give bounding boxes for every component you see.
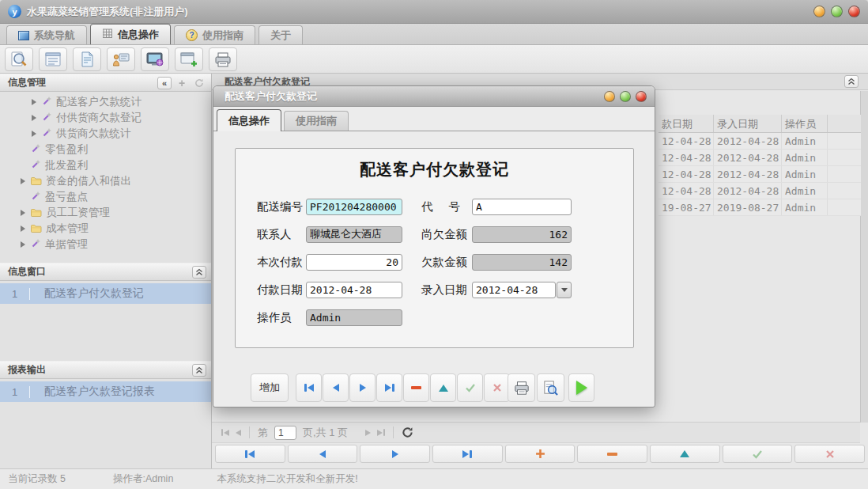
collapse-up-icon[interactable] [192, 266, 206, 279]
tree-item-retail-profit[interactable]: 零售盈利 [0, 142, 211, 157]
collapse-up-icon[interactable] [192, 364, 206, 377]
grid-first-button[interactable] [215, 445, 285, 463]
page-first-button[interactable] [221, 429, 229, 436]
contact-field[interactable] [306, 226, 402, 243]
plus-icon[interactable]: + [175, 77, 189, 89]
expand-icon[interactable] [32, 115, 38, 121]
tab-info-ops[interactable]: 信息操作 [90, 24, 171, 44]
expand-icon[interactable] [21, 210, 27, 216]
prev-record-button[interactable] [323, 373, 349, 402]
table-row[interactable]: 12-04-28 2012-04-28 Admin [659, 133, 861, 150]
app-title: 水果蔬菜经销管理系统(非注册用户) [27, 5, 188, 19]
form-view-button[interactable] [39, 47, 67, 71]
display-button[interactable] [141, 47, 169, 71]
help-icon: ? [186, 29, 198, 41]
tree-item-capital-borrow[interactable]: 资金的借入和借出 [0, 173, 211, 189]
expand-icon[interactable] [21, 226, 27, 232]
column-header[interactable] [828, 115, 861, 132]
grid-last-button[interactable] [432, 445, 503, 463]
operator-button[interactable] [107, 47, 135, 71]
tree-item-profit-loss-check[interactable]: 盈亏盘点 [0, 189, 211, 205]
tree-item-salary-mgmt[interactable]: 员工工资管理 [0, 205, 211, 221]
debt-amount-label: 欠款金额 [421, 255, 472, 270]
first-record-button[interactable] [296, 373, 322, 402]
expand-icon[interactable] [32, 131, 38, 137]
expand-icon[interactable] [21, 241, 27, 248]
confirm-button[interactable] [457, 373, 483, 402]
grid-button-bar [215, 445, 865, 463]
entry-date-dropdown-button[interactable] [557, 282, 572, 298]
tree-item-cost-mgmt[interactable]: 成本管理 [0, 221, 211, 237]
entry-date-label: 录入日期 [421, 282, 472, 298]
wand-icon [31, 143, 41, 156]
code-field[interactable] [472, 199, 572, 215]
new-window-button[interactable] [175, 47, 203, 71]
entry-date-field[interactable] [472, 282, 556, 298]
pay-date-field[interactable] [306, 282, 402, 298]
minimize-button[interactable] [813, 6, 825, 17]
run-report-button[interactable] [568, 373, 594, 402]
sidebar-collapse-button[interactable]: « [157, 77, 172, 89]
dialog-minimize-button[interactable] [604, 91, 615, 102]
print-button-toolbar[interactable] [209, 47, 237, 71]
expand-icon[interactable] [21, 178, 27, 184]
tab-system-nav[interactable]: 系统导航 [6, 25, 87, 44]
expand-icon[interactable] [32, 99, 38, 105]
print-preview-button[interactable] [537, 373, 564, 402]
table-row[interactable]: 12-04-28 2012-04-28 Admin [659, 183, 861, 199]
grid-edit-button[interactable] [650, 445, 720, 463]
grid-next-button[interactable] [360, 445, 430, 463]
add-button[interactable]: 增加 [251, 373, 289, 402]
table-row[interactable]: 12-04-28 2012-04-28 Admin [659, 150, 861, 166]
delete-record-button[interactable] [403, 373, 429, 402]
page-prev-button[interactable] [236, 430, 241, 436]
document-button[interactable] [73, 47, 101, 71]
dialog-titlebar[interactable]: 配送客户付欠款登记 [213, 86, 655, 107]
close-button[interactable] [848, 6, 860, 17]
sidebar-header-report-output: 报表输出 [0, 361, 211, 379]
debt-amount-field[interactable] [472, 254, 572, 271]
grid-delete-button[interactable] [577, 445, 647, 463]
dialog-maximize-button[interactable] [620, 91, 631, 102]
tree-item-dispatch-debt-stats[interactable]: 配送客户欠款统计 [0, 94, 211, 110]
table-row[interactable]: 19-08-27 2019-08-27 Admin [659, 199, 861, 216]
table-row[interactable]: 12-04-28 2012-04-28 Admin [659, 166, 861, 183]
tree-item-wholesale-profit[interactable]: 批发盈利 [0, 157, 211, 173]
last-record-button[interactable] [376, 373, 402, 402]
column-header[interactable]: 款日期 [659, 115, 714, 132]
operator-field[interactable] [306, 309, 402, 326]
column-header[interactable]: 操作员 [782, 115, 828, 132]
maximize-button[interactable] [831, 6, 843, 17]
tree-item-pay-supplier-reg[interactable]: 付供货商欠款登记 [0, 110, 211, 126]
page-next-button[interactable] [365, 430, 371, 436]
grid-add-button[interactable] [505, 445, 576, 463]
edit-record-button[interactable] [430, 373, 456, 402]
tree-item-supplier-debt-stats[interactable]: 供货商欠款统计 [0, 126, 211, 142]
dialog-tab-guide[interactable]: 使用指南 [284, 111, 349, 131]
payment-field[interactable] [306, 254, 402, 271]
operator-field-label: 操作员 [257, 310, 306, 325]
owed-amount-field[interactable] [472, 226, 572, 243]
report-output-item[interactable]: 1 配送客户欠款登记报表 [0, 381, 211, 402]
next-record-button[interactable] [349, 373, 376, 402]
print-button[interactable] [508, 373, 535, 402]
refresh-icon[interactable] [402, 426, 413, 438]
page-input[interactable] [274, 426, 296, 440]
tab-about[interactable]: 关于 [259, 25, 303, 44]
grid-confirm-button[interactable] [723, 445, 793, 463]
cancel-button[interactable] [484, 373, 510, 402]
grid-prev-button[interactable] [288, 445, 358, 463]
dialog-tab-info-ops[interactable]: 信息操作 [217, 109, 281, 131]
search-button[interactable] [5, 47, 33, 71]
panel-collapse-button[interactable] [844, 75, 859, 88]
vertical-scrollbar[interactable] [860, 91, 868, 423]
dispatch-no-field[interactable] [306, 199, 402, 215]
info-window-item[interactable]: 1 配送客户付欠款登记 [0, 283, 211, 304]
grid-cancel-button[interactable] [794, 445, 865, 463]
column-header[interactable]: 录入日期 [714, 115, 782, 132]
tab-user-guide[interactable]: ? 使用指南 [174, 25, 255, 44]
page-last-button[interactable] [377, 429, 385, 436]
tree-item-receipt-mgmt[interactable]: 单据管理 [0, 237, 211, 252]
dialog-close-button[interactable] [636, 91, 647, 102]
refresh-icon[interactable] [192, 77, 206, 89]
